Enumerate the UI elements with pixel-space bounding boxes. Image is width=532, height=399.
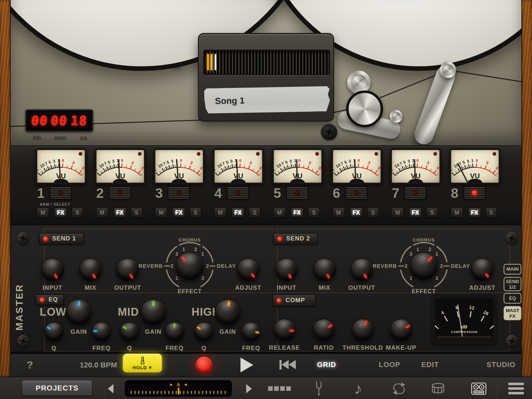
send1-adjust-knob[interactable]: ADJUST (237, 258, 260, 281)
tuner-button[interactable] (306, 377, 331, 399)
comp-toggle[interactable]: COMP (272, 294, 316, 306)
eq-low-gain-knob[interactable]: GAIN (66, 299, 92, 325)
send2-input-knob[interactable]: INPUT (275, 258, 298, 281)
prev-arrow-button[interactable] (108, 384, 113, 393)
solo-button[interactable]: S (249, 208, 260, 218)
metronome-hold-button[interactable]: HOLD☀ (122, 353, 162, 373)
solo-button[interactable]: S (308, 208, 320, 218)
solo-button[interactable]: S (190, 208, 201, 218)
pinch-roller (346, 90, 383, 127)
view-main-button[interactable]: MAIN (504, 264, 521, 275)
arm-select-button[interactable] (345, 187, 367, 199)
channel-row: 1 ARM / SELECT M FX S 2 M (35, 148, 500, 221)
mute-button[interactable]: M (392, 208, 404, 218)
comp-threshold-knob[interactable]: THRESHOLD (352, 319, 374, 341)
tape-level-bar (211, 54, 212, 70)
arm-select-button[interactable] (286, 187, 308, 199)
mute-button[interactable]: M (451, 208, 463, 218)
rewind-button[interactable] (279, 360, 298, 370)
fx-button[interactable]: FX (291, 208, 304, 218)
eq-high-gain-knob[interactable]: GAIN (215, 299, 240, 325)
view-send12-button[interactable]: SEND1/2 (504, 277, 521, 291)
mute-button[interactable]: M (214, 208, 226, 218)
knob-label: OUTPUT (114, 284, 141, 292)
mute-button[interactable]: M (333, 208, 345, 218)
eq-label: EQ (49, 296, 58, 303)
arm-select-button[interactable] (464, 187, 486, 199)
arm-select-button[interactable] (404, 187, 426, 199)
send2-output-knob[interactable]: OUTPUT (350, 258, 373, 281)
eq-low-q-knob[interactable]: Q (44, 322, 63, 341)
mute-button[interactable]: M (96, 208, 108, 218)
fx-button[interactable]: FX (232, 208, 244, 218)
eq-high-q-knob[interactable]: Q (194, 322, 214, 341)
arm-select-button[interactable] (109, 187, 131, 199)
send2-effect-knob[interactable] (410, 252, 438, 280)
view-mastfx-button[interactable]: MASTFX (504, 306, 521, 320)
divider (497, 379, 498, 398)
send1-output-knob[interactable]: OUTPUT (116, 258, 139, 281)
knob-cap (471, 258, 494, 281)
solo-button[interactable]: S (486, 208, 497, 218)
send2-mix-knob[interactable]: MIX (313, 258, 336, 281)
drums-button[interactable] (426, 377, 450, 399)
eq-toggle[interactable]: EQ (35, 294, 64, 305)
eq-high-freq-knob[interactable]: FREQ (242, 322, 261, 341)
help-button[interactable]: ? (27, 353, 33, 377)
eq-mid-q-knob[interactable]: Q (120, 322, 139, 341)
solo-button[interactable]: S (426, 208, 438, 218)
send2-toggle[interactable]: SEND 2 (273, 233, 318, 244)
record-button[interactable] (196, 357, 212, 373)
send1-effect-knob[interactable] (176, 252, 204, 280)
tape-recorder-icon (471, 382, 487, 396)
mute-button[interactable]: M (273, 208, 286, 218)
solo-button[interactable]: S (367, 208, 379, 218)
eq-low-freq-knob[interactable]: FREQ (92, 322, 111, 341)
eq-mid-gain-knob[interactable]: GAIN (140, 299, 166, 325)
play-button[interactable] (240, 358, 253, 372)
loop-mode-button[interactable] (387, 377, 411, 399)
recorder-view-button[interactable] (466, 377, 491, 399)
fx-button[interactable]: FX (54, 208, 67, 218)
comp-ratio-knob[interactable]: RATIO (313, 319, 335, 341)
loop-button[interactable]: LOOP (379, 353, 400, 377)
svg-text:CHORUS: CHORUS (413, 237, 435, 243)
fx-button[interactable]: FX (409, 208, 422, 218)
metronome-note-button[interactable]: ♪ (346, 377, 371, 399)
panel-screw (17, 335, 29, 347)
next-arrow-button[interactable] (246, 384, 252, 393)
comp-release-knob[interactable]: RELEASE (273, 319, 295, 341)
bpm-display[interactable]: 120.0 BPM (67, 353, 117, 377)
send2-adjust-knob[interactable]: ADJUST (471, 258, 494, 281)
studio-button[interactable]: STUDIO (487, 353, 516, 377)
send1-toggle[interactable]: SEND 1 (39, 233, 84, 244)
solo-button[interactable]: S (72, 208, 83, 218)
fx-button[interactable]: FX (172, 208, 185, 218)
mute-button[interactable]: M (155, 208, 167, 218)
send1-mix-knob[interactable]: MIX (79, 258, 102, 281)
menu-button[interactable] (504, 377, 528, 399)
knob-label: INPUT (277, 284, 297, 292)
arm-select-button[interactable] (227, 187, 249, 199)
send1-input-knob[interactable]: INPUT (41, 258, 64, 281)
fx-button[interactable]: FX (113, 208, 126, 218)
song-name-label[interactable]: Song 1 (204, 85, 330, 115)
position-strip[interactable]: ▶A◀ (125, 380, 232, 397)
peak-led-icon (493, 152, 496, 156)
mute-button[interactable]: M (37, 208, 49, 218)
arm-select-button[interactable] (50, 187, 72, 199)
arm-select-button[interactable] (168, 187, 190, 199)
edit-button[interactable]: EDIT (421, 353, 439, 377)
vu-meter (213, 148, 264, 184)
grid-button[interactable]: GRID (317, 353, 336, 377)
mixer-button[interactable] (267, 377, 292, 399)
eq-mid-freq-knob[interactable]: FREQ (165, 322, 184, 341)
projects-button[interactable]: PROJECTS (22, 380, 92, 396)
solo-button[interactable]: S (131, 208, 142, 218)
wood-panel-right (521, 0, 532, 377)
fx-button[interactable]: FX (350, 208, 363, 218)
comp-makeup-knob[interactable]: MAKE-UP (390, 319, 412, 341)
view-eq-button[interactable]: EQ (504, 293, 521, 304)
svg-text:4: 4 (440, 310, 445, 316)
fx-button[interactable]: FX (468, 208, 481, 218)
